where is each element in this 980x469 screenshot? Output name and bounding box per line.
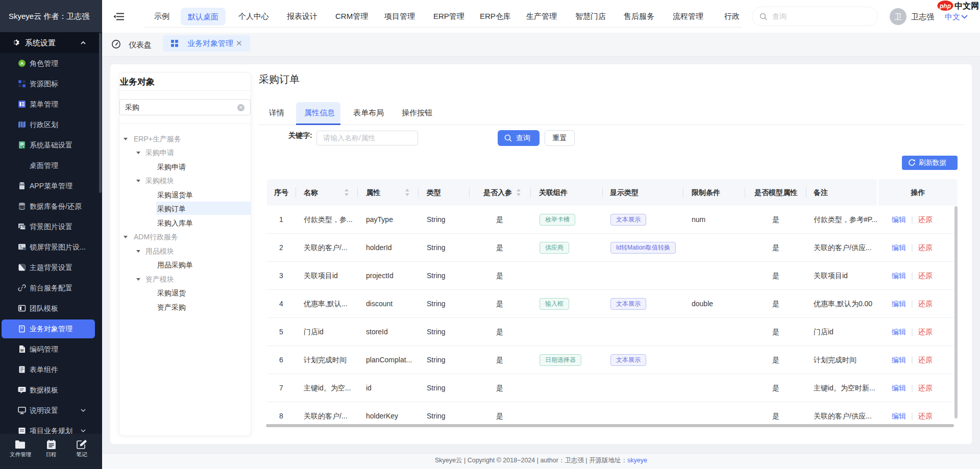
svg-text:php: php: [939, 3, 951, 10]
svg-text:W: W: [20, 349, 24, 352]
svg-text:A: A: [20, 61, 24, 66]
svg-text:中文网: 中文网: [954, 1, 979, 10]
